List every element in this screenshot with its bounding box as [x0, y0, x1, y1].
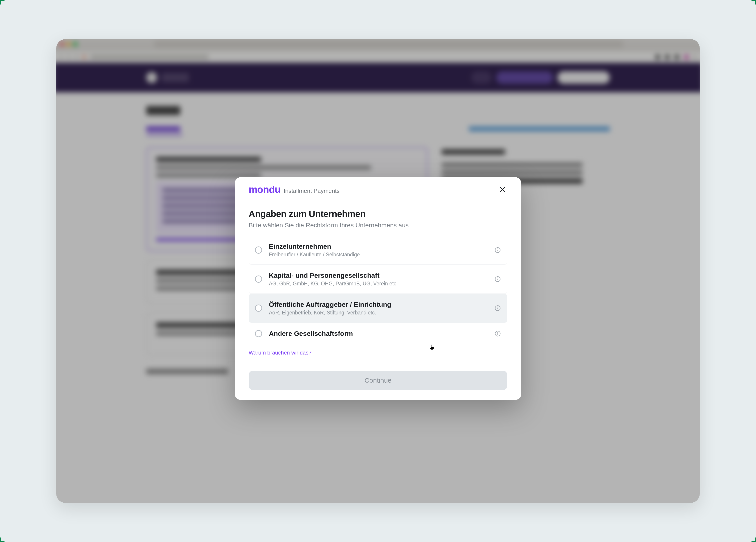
info-icon[interactable] — [494, 330, 501, 337]
option-oeffentliche-auftraggeber[interactable]: Öffentliche Auftraggeber / Einrichtung A… — [249, 294, 507, 323]
modal-header: mondu Installment Payments — [235, 177, 521, 202]
why-do-we-need-this-link[interactable]: Warum brauchen wir das? — [249, 350, 311, 357]
company-legal-form-modal: mondu Installment Payments Angaben zum U… — [235, 177, 521, 400]
option-einzelunternehmen[interactable]: Einzelunternehmen Freiberufler / Kaufleu… — [249, 236, 507, 265]
legal-form-options: Einzelunternehmen Freiberufler / Kaufleu… — [249, 236, 507, 344]
modal-title: Angaben zum Unternehmen — [249, 209, 507, 219]
radio-unchecked-icon — [255, 246, 262, 254]
option-title: Öffentliche Auftraggeber / Einrichtung — [269, 300, 488, 309]
radio-unchecked-icon — [255, 330, 262, 337]
svg-point-13 — [497, 332, 498, 333]
option-andere-gesellschaftsform[interactable]: Andere Gesellschaftsform — [249, 323, 507, 344]
option-subtitle: AG, GbR, GmbH, KG, OHG, PartGmbB, UG, Ve… — [269, 280, 488, 287]
radio-unchecked-icon — [255, 276, 262, 283]
option-kapital-personengesellschaft[interactable]: Kapital- und Personengesellschaft AG, Gb… — [249, 265, 507, 294]
info-icon[interactable] — [494, 276, 501, 283]
option-title: Kapital- und Personengesellschaft — [269, 271, 488, 280]
info-icon[interactable] — [494, 305, 501, 312]
continue-button[interactable]: Continue — [249, 371, 507, 390]
brand: mondu Installment Payments — [249, 184, 340, 195]
product-line-label: Installment Payments — [284, 187, 340, 194]
modal-description: Bitte wählen Sie die Rechtsform Ihres Un… — [249, 222, 507, 229]
close-button[interactable] — [497, 184, 507, 194]
info-icon[interactable] — [494, 247, 501, 253]
radio-unchecked-icon — [255, 305, 262, 312]
option-title: Andere Gesellschaftsform — [269, 329, 488, 338]
option-subtitle: AöR, Eigenbetrieb, KöR, Stiftung, Verban… — [269, 309, 488, 316]
mondu-logo: mondu — [249, 184, 281, 195]
option-subtitle: Freiberufler / Kaufleute / Selbstständig… — [269, 251, 488, 258]
close-icon — [499, 186, 506, 193]
browser-window: mondu Installment Payments Angaben zum U… — [56, 39, 700, 503]
option-title: Einzelunternehmen — [269, 242, 488, 251]
